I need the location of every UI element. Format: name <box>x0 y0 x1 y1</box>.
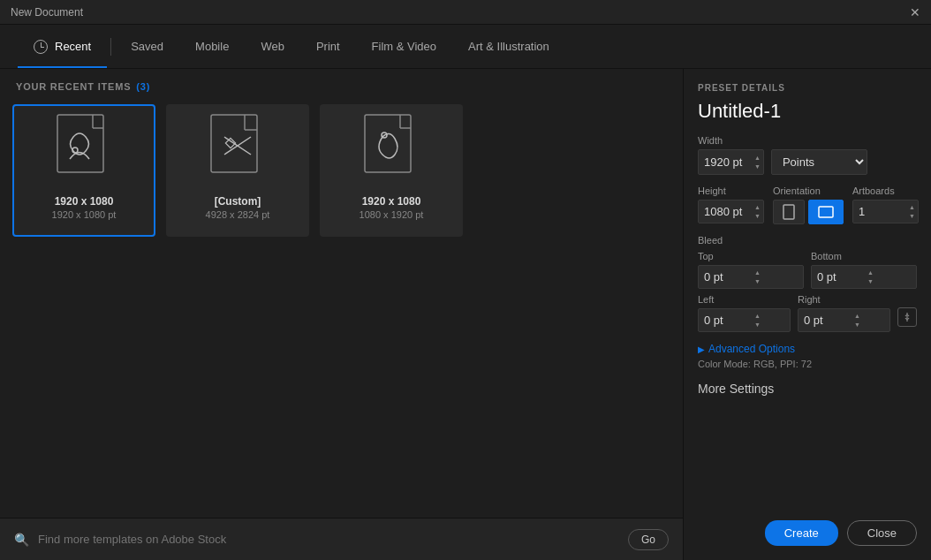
bleed-right-label: Right <box>798 294 890 305</box>
height-col: Height ▲ ▼ <box>698 185 764 224</box>
bleed-link-button[interactable] <box>897 307 917 327</box>
width-label: Width <box>698 135 917 146</box>
bleed-bottom-col: Bottom ▲ ▼ <box>811 251 917 289</box>
tab-web[interactable]: Web <box>245 25 300 68</box>
artboards-input[interactable] <box>853 201 906 223</box>
bleed-left-input-wrap: ▲ ▼ <box>698 308 791 332</box>
bleed-left-up[interactable]: ▲ <box>754 312 761 321</box>
bleed-right-down[interactable]: ▼ <box>854 321 860 329</box>
recent-item-3[interactable]: 1920 x 1080 1080 x 1920 pt <box>320 104 463 237</box>
tab-mobile[interactable]: Mobile <box>179 25 245 68</box>
bleed-left-down[interactable]: ▼ <box>754 321 761 329</box>
width-row: ▲ ▼ Points Pixels Inches Millimeters Cen… <box>698 149 917 175</box>
advanced-options-label: Advanced Options <box>708 343 795 355</box>
tab-recent-label: Recent <box>55 40 91 53</box>
height-input-wrap: ▲ ▼ <box>698 200 764 223</box>
recent-header-label: YOUR RECENT ITEMS <box>16 81 131 92</box>
bleed-left-input[interactable] <box>699 309 752 331</box>
item-name-1: 1920 x 1080 <box>55 195 114 208</box>
bleed-left-label: Left <box>698 294 791 305</box>
bleed-top-down[interactable]: ▼ <box>754 277 761 286</box>
bleed-top-input[interactable] <box>699 266 752 288</box>
tab-recent[interactable]: Recent <box>18 25 107 68</box>
bleed-bottom-spinner[interactable]: ▲ ▼ <box>865 269 876 286</box>
bleed-right-spinner[interactable]: ▲ ▼ <box>852 312 863 329</box>
bleed-top-up[interactable]: ▲ <box>754 269 761 277</box>
go-button[interactable]: Go <box>628 529 669 550</box>
tab-saved[interactable]: Saved <box>115 25 179 68</box>
height-down-arrow[interactable]: ▼ <box>754 212 761 221</box>
bleed-left-spinner[interactable]: ▲ ▼ <box>752 312 763 329</box>
item-icon-2 <box>202 110 273 190</box>
tab-art-illustration[interactable]: Art & Illustration <box>452 25 565 68</box>
recent-item-2[interactable]: [Custom] 4928 x 2824 pt <box>166 104 309 237</box>
title-bar: New Document ✕ <box>0 0 931 25</box>
search-icon: 🔍 <box>14 533 29 547</box>
tabs-row: Recent Saved Mobile Web Print Film & Vid… <box>0 25 931 69</box>
svg-rect-10 <box>365 115 411 172</box>
width-up-arrow[interactable]: ▲ <box>754 154 761 163</box>
artboards-up-arrow[interactable]: ▲ <box>909 203 915 212</box>
more-settings-label[interactable]: More Settings <box>698 382 917 396</box>
width-spinner[interactable]: ▲ ▼ <box>752 154 763 171</box>
width-input[interactable] <box>699 151 752 173</box>
landscape-button[interactable] <box>808 200 844 224</box>
recent-item-1[interactable]: 1920 x 1080 1920 x 1080 pt <box>12 104 155 237</box>
orientation-col: Orientation <box>773 185 844 224</box>
main-layout: YOUR RECENT ITEMS (3) 1920 x 1080 <box>0 69 931 560</box>
create-button[interactable]: Create <box>765 520 838 546</box>
bleed-bottom-up[interactable]: ▲ <box>867 269 874 277</box>
close-button[interactable]: Close <box>847 520 917 546</box>
portrait-button[interactable] <box>773 200 805 224</box>
artboards-col: Artboards ▲ ▼ <box>852 185 919 224</box>
artboards-label: Artboards <box>852 185 919 196</box>
tab-mobile-label: Mobile <box>195 40 229 53</box>
height-label: Height <box>698 185 764 196</box>
tab-film-video[interactable]: Film & Video <box>356 25 452 68</box>
search-bar: 🔍 Go <box>0 518 683 560</box>
item-size-3: 1080 x 1920 pt <box>360 209 424 220</box>
bleed-top-bottom-row: Top ▲ ▼ Bottom ▲ ▼ <box>698 251 917 289</box>
advanced-options-toggle[interactable]: ▶ Advanced Options <box>698 343 917 355</box>
search-input[interactable] <box>38 533 619 546</box>
tab-print[interactable]: Print <box>300 25 356 68</box>
bleed-bottom-down[interactable]: ▼ <box>867 277 874 286</box>
svg-rect-0 <box>57 115 103 172</box>
item-size-1: 1920 x 1080 pt <box>52 209 117 220</box>
item-name-2: [Custom] <box>215 195 261 208</box>
height-up-arrow[interactable]: ▲ <box>754 203 761 212</box>
bleed-label: Bleed <box>698 235 917 246</box>
recent-count: (3) <box>136 81 150 92</box>
svg-rect-15 <box>819 207 833 217</box>
item-icon-1 <box>49 110 119 190</box>
bleed-bottom-input[interactable] <box>812 266 865 288</box>
items-grid: 1920 x 1080 1920 x 1080 pt [Custom] <box>0 101 683 240</box>
orientation-buttons <box>773 200 844 224</box>
bleed-top-spinner[interactable]: ▲ ▼ <box>752 269 763 286</box>
width-down-arrow[interactable]: ▼ <box>754 163 761 171</box>
clock-icon <box>34 40 48 54</box>
artboards-down-arrow[interactable]: ▼ <box>909 212 915 221</box>
bleed-right-up[interactable]: ▲ <box>854 312 860 321</box>
artboards-spinner[interactable]: ▲ ▼ <box>906 203 918 221</box>
preset-section-label: PRESET DETAILS <box>698 83 917 93</box>
bleed-left-right-row: Left ▲ ▼ Right ▲ ▼ <box>698 294 917 332</box>
tab-print-label: Print <box>316 40 340 53</box>
artboards-input-wrap: ▲ ▼ <box>852 200 919 223</box>
bleed-bottom-label: Bottom <box>811 251 917 261</box>
bleed-right-input[interactable] <box>799 309 852 331</box>
bleed-right-input-wrap: ▲ ▼ <box>798 308 890 332</box>
close-window-button[interactable]: ✕ <box>910 6 920 19</box>
unit-select[interactable]: Points Pixels Inches Millimeters Centime… <box>771 149 867 175</box>
item-size-2: 4928 x 2824 pt <box>206 209 270 220</box>
recent-header: YOUR RECENT ITEMS (3) <box>0 69 683 101</box>
height-input[interactable] <box>699 201 752 223</box>
color-mode-text: Color Mode: RGB, PPI: 72 <box>698 359 917 369</box>
item-name-3: 1920 x 1080 <box>362 195 421 208</box>
tab-saved-label: Saved <box>131 40 163 53</box>
height-spinner[interactable]: ▲ ▼ <box>752 203 763 221</box>
left-panel: YOUR RECENT ITEMS (3) 1920 x 1080 <box>0 69 684 560</box>
bleed-bottom-input-wrap: ▲ ▼ <box>811 265 917 289</box>
bleed-top-col: Top ▲ ▼ <box>698 251 804 289</box>
height-orientation-row: Height ▲ ▼ Orientation <box>698 185 917 224</box>
